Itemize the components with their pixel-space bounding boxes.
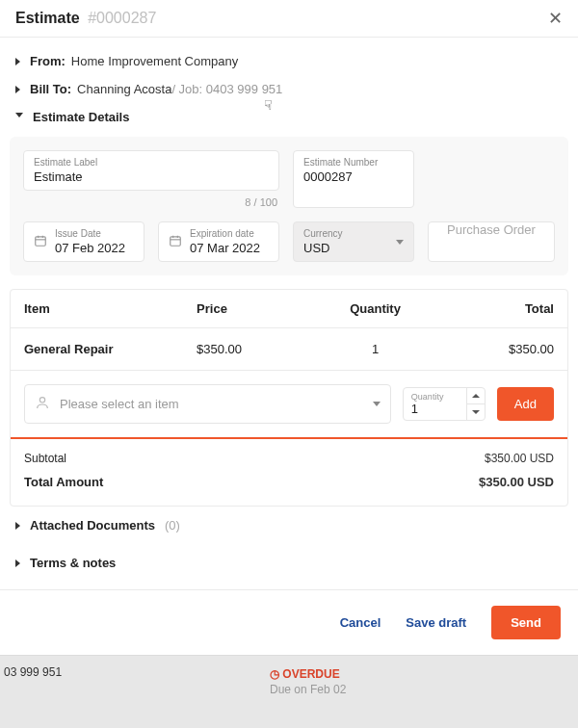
quantity-stepper[interactable]: Quantity 1 xyxy=(403,387,486,421)
svg-rect-0 xyxy=(36,236,46,245)
terms-notes-toggle[interactable]: Terms & notes xyxy=(0,544,578,582)
col-total: Total xyxy=(431,301,554,316)
terms-label: Terms & notes xyxy=(30,556,116,570)
qty-value: 1 xyxy=(411,402,459,416)
chevron-down-icon xyxy=(373,402,381,406)
estimate-number-value: 0000287 xyxy=(303,169,404,184)
qty-down-button[interactable] xyxy=(467,404,485,420)
purchase-order-field[interactable]: Purchase Order xyxy=(428,221,555,262)
svg-point-8 xyxy=(39,398,44,403)
calendar-icon xyxy=(169,234,182,250)
item-select-placeholder: Please select an item xyxy=(60,397,179,411)
add-button[interactable]: Add xyxy=(497,387,554,421)
expiration-date-field[interactable]: Expiration date 07 Mar 2022 xyxy=(158,221,279,262)
currency-value: USD xyxy=(303,241,392,255)
attached-label: Attached Documents xyxy=(30,518,155,533)
bill-to-row[interactable]: Bill To: Channing Acosta / Job: 0403 999… xyxy=(15,75,563,103)
char-counter: 8 / 100 xyxy=(23,196,279,208)
from-row[interactable]: From: Home Improvement Company xyxy=(15,47,563,75)
col-qty: Quantity xyxy=(320,301,431,316)
close-icon[interactable]: ✕ xyxy=(548,10,563,27)
bg-overdue: ◷ OVERDUE Due on Feb 02 xyxy=(270,667,346,696)
cancel-button[interactable]: Cancel xyxy=(340,615,381,630)
attached-count: (0) xyxy=(165,518,180,533)
field-label: Issue Date xyxy=(55,228,125,239)
cell-item: General Repair xyxy=(24,342,197,356)
totals-section: Subtotal $350.00 USD Total Amount $350.0… xyxy=(11,439,567,506)
overdue-text: OVERDUE xyxy=(282,667,339,681)
estimate-details-panel: Estimate Label 8 / 100 Estimate Number 0… xyxy=(10,137,568,275)
cell-qty: 1 xyxy=(320,342,431,356)
col-price: Price xyxy=(197,301,320,316)
modal-header: Estimate #0000287 ✕ xyxy=(0,0,578,38)
bg-phone: 03 999 951 xyxy=(4,665,62,679)
caret-right-icon xyxy=(15,522,20,530)
caret-down-icon xyxy=(472,410,480,414)
table-row[interactable]: General Repair $350.00 1 $350.00 xyxy=(11,328,567,371)
subtotal-label: Subtotal xyxy=(24,452,485,465)
field-label: Currency xyxy=(303,228,392,239)
estimate-label-input[interactable] xyxy=(34,169,269,184)
subtotal-value: $350.00 USD xyxy=(485,452,554,465)
total-value: $350.00 USD xyxy=(479,475,554,489)
from-value: Home Improvement Company xyxy=(71,54,238,68)
caret-down-icon xyxy=(15,113,23,121)
caret-right-icon xyxy=(15,559,20,567)
add-item-row: Please select an item Quantity 1 Add xyxy=(11,371,567,439)
bill-to-label: Bill To: xyxy=(30,82,71,96)
field-label: Estimate Label xyxy=(34,157,269,168)
bill-to-job: / Job: 0403 999 951 xyxy=(171,82,282,96)
save-draft-button[interactable]: Save draft xyxy=(406,615,466,630)
field-label: Estimate Number xyxy=(303,157,404,168)
col-item: Item xyxy=(24,301,197,316)
total-label: Total Amount xyxy=(24,475,479,489)
estimate-label-field[interactable]: Estimate Label xyxy=(23,150,279,191)
caret-right-icon xyxy=(15,58,20,65)
caret-up-icon xyxy=(472,394,480,398)
issue-date-field[interactable]: Issue Date 07 Feb 2022 xyxy=(23,221,144,262)
cell-total: $350.00 xyxy=(431,342,554,356)
user-icon xyxy=(35,395,50,413)
item-select[interactable]: Please select an item xyxy=(24,384,391,424)
bill-to-name: Channing Acosta xyxy=(77,82,171,96)
footer-actions: Cancel Save draft Send xyxy=(0,590,578,655)
chevron-down-icon xyxy=(396,240,404,245)
attached-documents-toggle[interactable]: Attached Documents (0) xyxy=(0,507,578,544)
due-text: Due on Feb 02 xyxy=(270,683,346,696)
clock-icon: ◷ xyxy=(270,667,279,681)
modal-title: Estimate #0000287 xyxy=(15,10,156,27)
estimate-details-toggle[interactable]: Estimate Details xyxy=(15,103,563,131)
field-label: Expiration date xyxy=(190,228,260,239)
svg-rect-4 xyxy=(171,236,181,245)
cell-price: $350.00 xyxy=(197,342,320,356)
estimate-number-field[interactable]: Estimate Number 0000287 xyxy=(293,150,414,208)
expiration-date-value: 07 Mar 2022 xyxy=(190,241,260,255)
title-text: Estimate xyxy=(15,10,80,26)
qty-label: Quantity xyxy=(411,392,459,402)
table-header: Item Price Quantity Total xyxy=(11,290,567,328)
currency-select[interactable]: Currency USD xyxy=(293,221,414,262)
caret-right-icon xyxy=(15,86,20,93)
estimate-number-header: #0000287 xyxy=(88,10,156,26)
details-title: Estimate Details xyxy=(33,110,129,124)
background-page: 03 999 951 ◷ OVERDUE Due on Feb 02 xyxy=(0,655,578,728)
po-placeholder: Purchase Order xyxy=(447,222,536,237)
issue-date-value: 07 Feb 2022 xyxy=(55,241,125,255)
line-items-table: Item Price Quantity Total General Repair… xyxy=(10,289,568,507)
send-button[interactable]: Send xyxy=(491,606,561,639)
pointer-cursor-icon: ☟ xyxy=(264,97,273,113)
qty-up-button[interactable] xyxy=(467,388,485,404)
from-label: From: xyxy=(30,54,66,68)
calendar-icon xyxy=(34,234,47,250)
